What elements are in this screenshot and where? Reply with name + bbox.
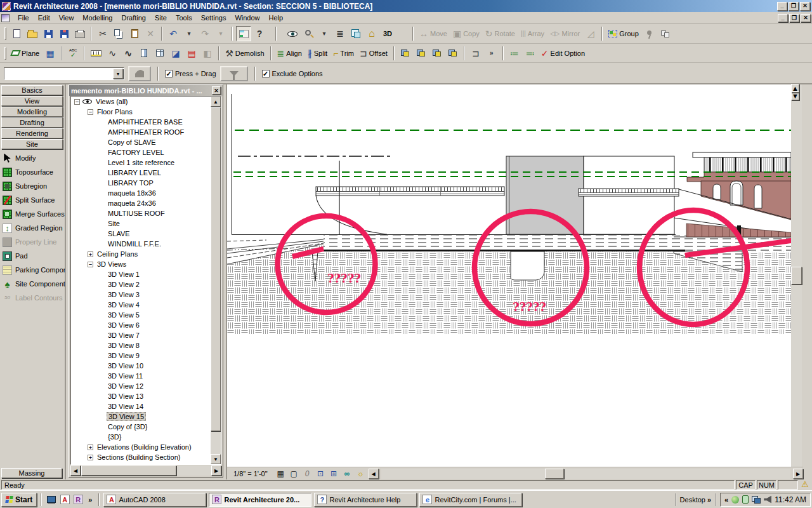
designbar-tool-site-component[interactable]: ♠Site Component bbox=[0, 277, 65, 291]
tree-item-views-all[interactable]: −Views (all) bbox=[71, 97, 211, 107]
tree-item-maqueta-18x36[interactable]: maqueta 18x36 bbox=[71, 188, 211, 198]
designbar-tool-merge-surfaces[interactable]: Merge Surfaces bbox=[0, 207, 65, 221]
wall-joins-button[interactable]: ⊐ bbox=[468, 46, 483, 61]
ungroup-button[interactable] bbox=[658, 26, 673, 41]
type-selector-combo[interactable]: ▾ bbox=[4, 67, 124, 80]
menu-tools[interactable]: Tools bbox=[171, 13, 197, 23]
thin-lines-button[interactable]: ≣ bbox=[332, 26, 348, 41]
delete-button[interactable]: ✕ bbox=[143, 26, 158, 41]
revit-quicklaunch[interactable]: R bbox=[72, 494, 84, 505]
restore-button[interactable]: ❐ bbox=[789, 2, 799, 11]
tree-item-3d-view-14[interactable]: 3D View 14 bbox=[71, 401, 211, 411]
properties-button[interactable] bbox=[128, 66, 151, 81]
align-button[interactable]: ≣Align bbox=[275, 46, 304, 61]
press-drag-checkbox[interactable]: ✓ Press + Drag bbox=[165, 70, 216, 77]
demolish-button[interactable]: ⚒Demolish bbox=[223, 46, 266, 61]
designbar-category-modelling[interactable]: Modelling bbox=[1, 107, 63, 117]
tree-item-site[interactable]: Site bbox=[71, 218, 211, 229]
tree-item-copy-of-slave[interactable]: Copy of SLAVE bbox=[71, 137, 211, 147]
edit-option-button[interactable]: ✓Edit Option bbox=[539, 46, 587, 61]
menu-window[interactable]: Window bbox=[230, 13, 264, 23]
designbar-tool-parking-component[interactable]: Parking Component bbox=[0, 263, 65, 277]
doc-restore-button[interactable]: ❐ bbox=[789, 14, 799, 22]
tag-button[interactable]: ▤ bbox=[184, 46, 199, 61]
menu-site[interactable]: Site bbox=[150, 13, 171, 23]
match-button[interactable]: ∿ bbox=[105, 46, 120, 61]
browser-horizontal-scrollbar[interactable]: ◀ ▶ bbox=[70, 465, 221, 476]
menu-modelling[interactable]: Modelling bbox=[78, 13, 117, 23]
checkbox-checked-icon[interactable]: ✓ bbox=[165, 70, 173, 77]
combo-dropdown-icon[interactable]: ▾ bbox=[113, 69, 123, 79]
tree-item-3d-view-11[interactable]: 3D View 11 bbox=[71, 371, 211, 381]
tree-item-slave[interactable]: SLAVE bbox=[71, 229, 211, 239]
tree-item-windmill-f-f-e[interactable]: WINDMILL F.F.E. bbox=[71, 239, 211, 249]
3d-view-button[interactable]: 3D bbox=[380, 26, 395, 41]
tray-collapse-icon[interactable]: « bbox=[724, 496, 728, 504]
expand-icon[interactable]: + bbox=[88, 444, 93, 450]
design-options-1-button[interactable]: ≔ bbox=[507, 46, 522, 61]
designbar-tool-split-surface[interactable]: Split Surface bbox=[0, 193, 65, 207]
paint-button[interactable]: ◪ bbox=[168, 46, 183, 61]
redo-button[interactable]: ↷ bbox=[197, 26, 213, 41]
mirror-button[interactable]: ◁▷Mirror bbox=[547, 26, 582, 41]
tree-item-maqueta-24x36[interactable]: maqueta 24x36 bbox=[71, 198, 211, 208]
undo-menu-button[interactable]: ▾ bbox=[181, 26, 197, 41]
tree-item-3d-view-12[interactable]: 3D View 12 bbox=[71, 381, 211, 391]
browser-hscroll-thumb[interactable] bbox=[81, 465, 176, 476]
autocad-quicklaunch[interactable]: A bbox=[59, 494, 70, 505]
browser-vertical-scrollbar[interactable]: ▲ ▼ bbox=[211, 97, 221, 464]
paste-button[interactable] bbox=[127, 26, 142, 41]
menu-settings[interactable]: Settings bbox=[197, 13, 231, 23]
designbar-tool-modify[interactable]: Modify bbox=[0, 151, 65, 165]
show-desktop-quicklaunch[interactable] bbox=[46, 494, 57, 505]
canvas-vscroll-thumb[interactable] bbox=[791, 267, 802, 284]
tree-item-level-1-site-reference[interactable]: Level 1 site reference bbox=[71, 157, 211, 168]
dynamic-view-button[interactable] bbox=[285, 26, 300, 41]
split-button[interactable]: ∦Split bbox=[305, 46, 330, 61]
spline-button[interactable]: ∿ bbox=[121, 46, 136, 61]
window-button[interactable] bbox=[152, 46, 167, 61]
tree-item-sections-building-section[interactable]: +Sections (Building Section) bbox=[71, 452, 211, 462]
tree-item-3d-views[interactable]: −3D Views bbox=[71, 259, 211, 269]
group-button[interactable]: Group bbox=[606, 26, 641, 41]
designbar-tool-property-line[interactable]: Property Line bbox=[0, 235, 65, 249]
zoom-menu-button[interactable]: ▾ bbox=[317, 26, 332, 41]
join-geometry-button[interactable] bbox=[398, 46, 413, 61]
collapse-icon[interactable]: − bbox=[88, 109, 93, 115]
temporary-hide-icon[interactable]: ∞ bbox=[342, 469, 353, 478]
menu-edit[interactable]: Edit bbox=[34, 13, 55, 23]
task-button-revit-architecture-20[interactable]: RRevit Architecture 20... bbox=[209, 493, 311, 507]
cut-geometry-button[interactable] bbox=[429, 46, 445, 61]
toolbar-grip[interactable] bbox=[4, 27, 6, 40]
designbar-tool-pad[interactable]: Pad bbox=[0, 249, 65, 263]
power-tray-icon[interactable] bbox=[742, 495, 749, 504]
tree-item-3d-view-8[interactable]: 3D View 8 bbox=[71, 340, 211, 351]
designbar-category-view[interactable]: View bbox=[1, 96, 63, 106]
walkthrough-button[interactable]: ⌂ bbox=[364, 26, 379, 41]
undo-button[interactable]: ↶ bbox=[166, 26, 181, 41]
massing-category-button[interactable]: Massing bbox=[1, 468, 62, 478]
save-button[interactable] bbox=[41, 26, 56, 41]
tree-item-3d-view-5[interactable]: 3D View 5 bbox=[71, 310, 211, 320]
expand-icon[interactable]: + bbox=[88, 455, 93, 460]
tree-item-3d-view-4[interactable]: 3D View 4 bbox=[71, 300, 211, 310]
doc-close-button[interactable]: ✕ bbox=[801, 14, 811, 22]
browser-scroll-thumb[interactable] bbox=[211, 107, 221, 431]
designbar-category-basics[interactable]: Basics bbox=[1, 85, 63, 95]
network-tray-icon[interactable] bbox=[752, 496, 761, 504]
trim-button[interactable]: ⌐Trim bbox=[331, 46, 357, 61]
dimension-button[interactable] bbox=[88, 46, 104, 61]
split-face-button[interactable]: ◧ bbox=[200, 46, 215, 61]
tree-item-3d-view-1[interactable]: 3D View 1 bbox=[71, 269, 211, 279]
tree-item-ceiling-plans[interactable]: +Ceiling Plans bbox=[71, 249, 211, 259]
model-graphics-icon[interactable]: ▢ bbox=[289, 469, 299, 478]
volume-tray-icon[interactable] bbox=[764, 496, 771, 504]
offset-button[interactable]: ⊐Offset bbox=[357, 46, 390, 61]
canvas-vertical-scrollbar[interactable]: ▲ ▼ bbox=[791, 84, 802, 467]
tree-item-amphitheater-roof[interactable]: AMPHITHEATER ROOF bbox=[71, 127, 211, 137]
toolbar-grip[interactable] bbox=[4, 47, 6, 60]
antivirus-tray-icon[interactable] bbox=[731, 496, 739, 504]
browser-close-button[interactable]: ✕ bbox=[212, 86, 221, 95]
menu-view[interactable]: View bbox=[55, 13, 79, 23]
open-button[interactable] bbox=[25, 26, 40, 41]
